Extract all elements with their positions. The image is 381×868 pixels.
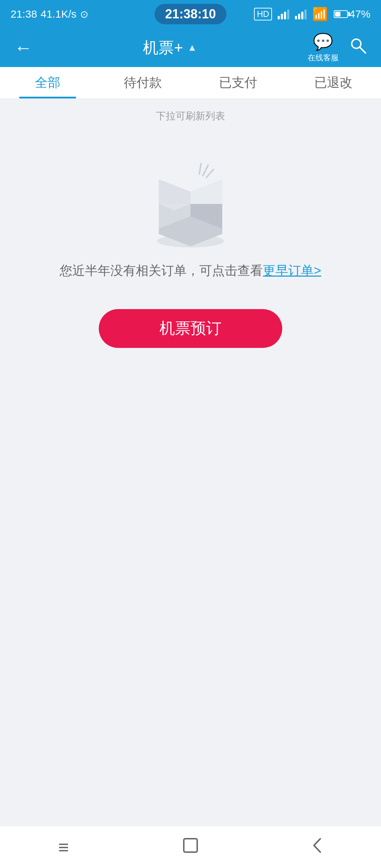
svg-line-11 (199, 163, 201, 174)
battery-indicator: 47% (334, 8, 370, 20)
empty-state-text: 您近半年没有相关订单，可点击查看更早订单> (60, 260, 321, 281)
back-icon (310, 836, 325, 858)
svg-rect-12 (184, 839, 197, 852)
hd-label: HD (254, 8, 272, 20)
svg-marker-8 (159, 179, 190, 204)
empty-illustration (138, 155, 243, 253)
tab-pending[interactable]: 待付款 (95, 67, 190, 98)
bottom-nav: ≡ (0, 826, 381, 868)
book-ticket-button[interactable]: 机票预订 (99, 309, 282, 348)
service-label: 在线客服 (308, 53, 339, 63)
svg-line-9 (203, 165, 208, 176)
signal-icon-2 (295, 9, 307, 19)
title-dropdown-arrow[interactable]: ▲ (187, 42, 197, 53)
status-bar: 21:38 41.1K/s ⊙ 21:38:10 HD 📶 47% (0, 0, 381, 28)
service-icon: 💬 (313, 32, 333, 51)
nav-title-group: 机票+ ▲ (143, 37, 197, 58)
search-button[interactable] (349, 37, 367, 59)
home-icon (181, 836, 200, 858)
status-left: 21:38 41.1K/s ⊙ (11, 8, 88, 20)
main-content: 您近半年没有相关订单，可点击查看更早订单> 机票预订 (0, 133, 381, 369)
tab-refunded[interactable]: 已退改 (286, 67, 381, 98)
bottom-menu-button[interactable]: ≡ (49, 837, 78, 858)
status-time: 21:38 (11, 8, 37, 20)
nav-right-actions: 💬 在线客服 (308, 32, 367, 63)
svg-marker-7 (190, 179, 222, 204)
earlier-orders-link[interactable]: 更早订单> (263, 263, 321, 278)
svg-line-1 (360, 47, 365, 53)
online-service-button[interactable]: 💬 在线客服 (308, 32, 339, 63)
pull-refresh-hint: 下拉可刷新列表 (0, 99, 381, 133)
tab-all[interactable]: 全部 (0, 67, 95, 98)
menu-icon: ≡ (58, 837, 69, 858)
status-time-center: 21:38:10 (155, 4, 226, 24)
top-nav: ← 机票+ ▲ 💬 在线客服 (0, 28, 381, 67)
bottom-home-button[interactable] (176, 837, 205, 858)
bottom-back-button[interactable] (303, 837, 332, 858)
page-title: 机票+ (143, 37, 183, 58)
back-button[interactable]: ← (14, 37, 32, 58)
tabs-bar: 全部 待付款 已支付 已退改 (0, 67, 381, 99)
tab-paid[interactable]: 已支付 (190, 67, 286, 98)
status-right: HD 📶 47% (254, 7, 370, 22)
battery-percent: 47% (349, 8, 370, 20)
signal-icon (278, 9, 289, 19)
status-speed: 41.1K/s (41, 8, 77, 20)
wifi-icon: 📶 (312, 7, 328, 22)
location-icon: ⊙ (80, 8, 88, 20)
svg-line-10 (206, 169, 213, 177)
